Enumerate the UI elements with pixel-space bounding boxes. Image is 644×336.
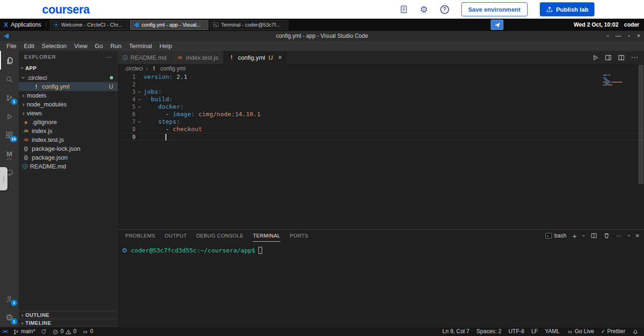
tree-item-gitignore[interactable]: ◆.gitignore: [19, 118, 118, 126]
explorer-more-icon[interactable]: ···: [106, 54, 112, 60]
gear-icon[interactable]: ⚙: [420, 5, 428, 14]
code-line-4[interactable]: 4› build:: [118, 96, 644, 103]
kill-terminal-icon[interactable]: [603, 232, 610, 239]
close-panel-icon[interactable]: ×: [636, 232, 639, 239]
menu-selection[interactable]: Selection: [38, 42, 70, 49]
tab-readme-md[interactable]: iREADME.md: [118, 51, 172, 64]
fold-chevron-icon[interactable]: ›: [136, 118, 143, 126]
go-live-item[interactable]: Go Live: [567, 328, 594, 335]
menu-edit[interactable]: Edit: [20, 42, 38, 49]
activity-search[interactable]: [0, 70, 19, 88]
split-editor-icon[interactable]: [618, 53, 625, 62]
window-maximize-button[interactable]: ▫: [628, 33, 630, 39]
indentation[interactable]: Spaces: 2: [477, 328, 501, 335]
side-drawer-handle[interactable]: ⋮: [0, 167, 7, 190]
tree-item-readme-md[interactable]: iREADME.md: [19, 162, 118, 171]
code-line-7[interactable]: 7› steps:: [118, 118, 644, 126]
menu-view[interactable]: View: [71, 42, 91, 49]
remote-indicator[interactable]: ><: [3, 329, 7, 334]
encoding[interactable]: UTF-8: [508, 328, 524, 335]
panel-tab-ports[interactable]: PORTS: [290, 230, 308, 242]
activity-settings[interactable]: ⚙1: [0, 308, 19, 327]
code-line-5[interactable]: 5› docker:: [118, 103, 644, 111]
applications-menu[interactable]: Applications: [11, 21, 41, 28]
fold-chevron-icon[interactable]: ›: [136, 103, 143, 111]
menu-run[interactable]: Run: [107, 42, 125, 49]
split-terminal-icon[interactable]: [591, 232, 597, 239]
panel-tab-output[interactable]: OUTPUT: [165, 230, 187, 242]
prettier-item[interactable]: ✓Prettier: [601, 328, 625, 335]
minimap[interactable]: [603, 75, 636, 87]
run-file-icon[interactable]: [592, 53, 599, 62]
help-icon[interactable]: ?: [440, 5, 449, 14]
tab-config-yml[interactable]: !config.ymlU×: [223, 51, 287, 64]
tray-icon[interactable]: [491, 20, 503, 30]
activity-accounts[interactable]: 2: [0, 289, 19, 308]
code-line-6[interactable]: 6 - image: cimg/node:14.10.1: [118, 111, 644, 118]
more-actions-icon[interactable]: ···: [631, 53, 638, 62]
tree-item-models[interactable]: ›models: [19, 91, 118, 100]
activity-source-control[interactable]: 1: [0, 88, 19, 107]
menu-help[interactable]: Help: [156, 42, 176, 49]
taskbar-clock[interactable]: Wed 2 Oct, 10:02: [573, 21, 618, 28]
cursor-position[interactable]: Ln 9, Col 7: [443, 328, 470, 335]
panel-tab-debug-console[interactable]: DEBUG CONSOLE: [196, 230, 243, 242]
breadcrumb[interactable]: .circleci › ! config.yml: [118, 64, 644, 73]
taskbar-window-welcome-circleci-chr[interactable]: Welcome - CircleCI - Chr...: [50, 20, 129, 30]
language-mode[interactable]: YAML: [545, 328, 560, 335]
tree-item-views[interactable]: ›views: [19, 109, 118, 118]
new-terminal-icon[interactable]: +: [572, 232, 577, 240]
window-close-button[interactable]: ×: [637, 33, 640, 39]
publish-lab-button[interactable]: Publish lab: [540, 2, 594, 16]
ports-item[interactable]: 0: [82, 328, 93, 335]
fold-chevron-icon[interactable]: ›: [136, 96, 143, 103]
workspace-root[interactable]: › APP: [19, 63, 118, 73]
taskbar-window-config-yml-app-visual[interactable]: config.yml - app - Visual...: [130, 20, 208, 30]
tree-item-index-test-js[interactable]: JSindex.test.js: [19, 135, 118, 144]
menu-file[interactable]: File: [3, 42, 20, 49]
bell-icon[interactable]: [632, 329, 638, 335]
window-minimize-button[interactable]: —: [615, 33, 621, 39]
save-environment-button[interactable]: Save environment: [461, 2, 528, 16]
editor-scrollbar[interactable]: [638, 65, 644, 184]
code-editor[interactable]: 1version: 2.123›jobs:4› build:5› docker:…: [118, 73, 644, 229]
terminal-profiles-chevron-icon[interactable]: ›: [580, 235, 587, 237]
close-icon[interactable]: ×: [278, 54, 282, 61]
tree-item-config-yml[interactable]: !config.ymlU: [19, 82, 118, 91]
activity-m-extension[interactable]: M: [0, 144, 19, 163]
panel-more-icon[interactable]: ···: [616, 232, 622, 239]
tree-item-circleci[interactable]: ›.circleci: [19, 73, 118, 82]
tree-item-package-lock-json[interactable]: {}package-lock.json: [19, 144, 118, 153]
fold-chevron-icon[interactable]: ›: [136, 88, 143, 96]
breadcrumb-file[interactable]: config.yml: [160, 65, 186, 72]
activity-explorer[interactable]: [0, 51, 19, 70]
panel-tab-terminal[interactable]: TERMINAL: [253, 230, 280, 242]
terminal-instance[interactable]: >bash: [545, 232, 566, 239]
code-line-9[interactable]: 9: [118, 133, 644, 140]
activity-run-debug[interactable]: [0, 107, 19, 126]
breadcrumb-folder[interactable]: .circleci: [124, 65, 143, 72]
menu-go[interactable]: Go: [91, 42, 107, 49]
tree-item-index-js[interactable]: JSindex.js: [19, 126, 118, 135]
tree-item-node-modules[interactable]: ›node_modules: [19, 100, 118, 109]
code-line-2[interactable]: 2: [118, 81, 644, 88]
tree-item-package-json[interactable]: {}package.json: [19, 153, 118, 162]
terminal-view[interactable]: coder@53c7fcd3d55c:~/coursera/app$: [118, 242, 644, 254]
window-shade-button[interactable]: ›: [604, 35, 611, 37]
maximize-panel-icon[interactable]: ›: [625, 235, 632, 237]
activity-extensions[interactable]: 15: [0, 126, 19, 144]
problems-item[interactable]: 00: [52, 328, 76, 335]
sync-icon[interactable]: [41, 329, 47, 335]
x11-logo-icon[interactable]: X: [4, 21, 8, 28]
tab-index-test-js[interactable]: JSindex.test.js: [172, 51, 223, 64]
taskbar-window-terminal-coder-53c7f[interactable]: Terminal - coder@53c7f...: [210, 20, 288, 30]
code-line-3[interactable]: 3›jobs:: [118, 88, 644, 96]
outline-section[interactable]: ›OUTLINE: [19, 311, 118, 319]
panel-tab-problems[interactable]: PROBLEMS: [125, 230, 155, 242]
eol-selector[interactable]: LF: [531, 328, 538, 335]
menu-terminal[interactable]: Terminal: [125, 42, 156, 49]
code-line-1[interactable]: 1version: 2.1: [118, 73, 644, 81]
git-branch-item[interactable]: main*: [13, 328, 36, 335]
code-line-8[interactable]: 8 - checkout: [118, 126, 644, 133]
timeline-section[interactable]: ›TIMELINE: [19, 319, 118, 327]
